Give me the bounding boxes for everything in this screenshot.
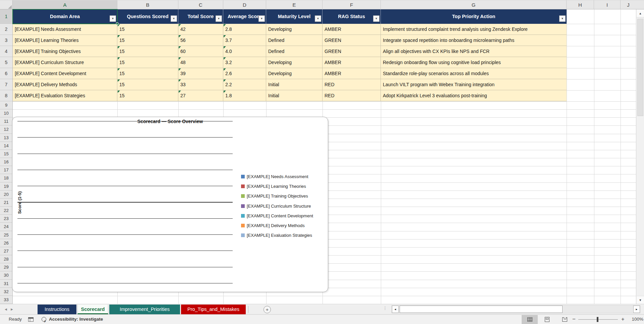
cell-total-score[interactable]: 39 [178,68,223,79]
cell-average-score[interactable]: 4.0 [223,46,266,57]
row-header[interactable]: 13 [0,134,12,142]
row-header[interactable]: 20 [0,191,12,199]
filter-dropdown-icon[interactable]: ▼ [171,15,177,22]
zoom-slider-thumb[interactable] [597,317,598,322]
page-break-view-button[interactable] [557,315,573,324]
column-header-H[interactable]: H [567,0,594,9]
vscroll-up-arrow[interactable]: ▲ [637,9,644,17]
cell-maturity-level[interactable]: Initial [266,90,323,101]
row-header[interactable]: 14 [0,142,12,150]
cell-maturity-level[interactable]: Initial [266,79,323,90]
filter-dropdown-icon[interactable]: ▼ [559,15,566,22]
row-header[interactable]: 33 [0,296,12,304]
row-header[interactable]: 15 [0,150,12,158]
cell-questions-scored[interactable]: 15 [117,90,178,101]
horizontal-scrollbar[interactable]: ◄ ► [392,305,640,313]
cell-domain-area[interactable]: [EXAMPLE] Learning Theories [13,35,117,46]
filter-dropdown-icon[interactable]: ▼ [110,15,116,22]
accessibility-status[interactable]: Accessibility: Investigate [49,315,103,324]
cell-questions-scored[interactable]: 15 [117,57,178,68]
filter-dropdown-icon[interactable]: ▼ [258,15,265,22]
row-header[interactable]: 6 [0,68,12,79]
row-header[interactable]: 27 [0,247,12,255]
embedded-chart[interactable]: Scorecard — Score Overview Score (1-5) [… [12,117,328,292]
macro-record-icon[interactable] [28,317,34,322]
cell-average-score[interactable]: 2.8 [223,24,266,35]
column-header-C[interactable]: C [178,0,223,9]
zoom-in-button[interactable]: + [620,315,626,324]
row-header[interactable]: 23 [0,215,12,223]
cell-maturity-level[interactable]: Defined [266,46,323,57]
column-header-D[interactable]: D [223,0,266,9]
row-header[interactable]: 29 [0,263,12,271]
cell-total-score[interactable]: 48 [178,57,223,68]
vertical-scrollbar[interactable]: ▲ ▼ [636,9,644,304]
cell-total-score[interactable]: 27 [178,90,223,101]
row-header[interactable]: 24 [0,223,12,231]
header-cell-total-score[interactable]: Total Score ▼ [178,9,223,24]
row-header[interactable]: 19 [0,182,12,191]
cell-rag-status[interactable]: RED [323,90,381,101]
cell-top-priority-action[interactable]: Launch VILT program with Webex Training … [381,79,567,90]
cell-rag-status[interactable]: RED [323,79,381,90]
column-header-J[interactable]: J [621,0,636,9]
row-header[interactable]: 22 [0,207,12,215]
row-header[interactable]: 11 [0,117,12,125]
cell-average-score[interactable]: 3.7 [223,35,266,46]
filter-dropdown-icon[interactable]: ▼ [315,15,321,22]
vscroll-thumb[interactable] [637,19,643,116]
cell-average-score[interactable]: 2.2 [223,79,266,90]
row-header[interactable]: 18 [0,174,12,182]
page-layout-view-button[interactable] [539,315,555,324]
cell-top-priority-action[interactable]: Implement structured complaint trend ana… [381,24,567,35]
cell-average-score[interactable]: 2.6 [223,68,266,79]
sheet-tab-scorecard[interactable]: Scorecard [77,305,108,314]
row-header-1[interactable]: 1 [0,9,12,24]
row-header[interactable]: 30 [0,271,12,279]
cell-questions-scored[interactable]: 15 [117,79,178,90]
cell-rag-status[interactable]: GREEN [323,46,381,57]
select-all-button[interactable] [0,0,13,9]
hscroll-right-arrow[interactable]: ► [633,306,640,313]
cell-domain-area[interactable]: [EXAMPLE] Needs Assessment [13,24,117,35]
cell-questions-scored[interactable]: 15 [117,35,178,46]
cell-domain-area[interactable]: [EXAMPLE] Delivery Methods [13,79,117,90]
tab-nav-left-icon[interactable]: ◄ [4,307,8,311]
cell-domain-area[interactable]: [EXAMPLE] Evaluation Strategies [13,90,117,101]
header-cell-rag-status[interactable]: RAG Status ▼ [323,9,381,24]
cell-average-score[interactable]: 1.8 [223,90,266,101]
row-header[interactable]: 17 [0,166,12,174]
row-header[interactable]: 21 [0,199,12,207]
cell-average-score[interactable]: 3.2 [223,57,266,68]
cell-total-score[interactable]: 56 [178,35,223,46]
cell-rag-status[interactable]: AMBER [323,24,381,35]
cell-top-priority-action[interactable]: Standardize role-play scenarios across a… [381,68,567,79]
zoom-out-button[interactable]: − [571,315,577,324]
row-header[interactable]: 16 [0,158,12,166]
cell-total-score[interactable]: 42 [178,24,223,35]
hscroll-thumb[interactable] [400,306,563,313]
cell-questions-scored[interactable]: 15 [117,46,178,57]
sheet-tab-pro-tips-and-mistakes[interactable]: Pro_Tips_and_Mistakes [181,305,246,314]
cell-domain-area[interactable]: [EXAMPLE] Training Objectives [13,46,117,57]
row-header[interactable]: 10 [0,109,12,117]
column-header-I[interactable]: I [594,0,621,9]
row-header[interactable]: 9 [0,101,12,109]
tab-nav-right-icon[interactable]: ► [10,307,14,311]
cell-top-priority-action[interactable]: Align all objectives with CX KPIs like N… [381,46,567,57]
row-header[interactable]: 2 [0,24,12,35]
scrollbar-splitter-icon[interactable]: ⋮ [383,306,387,311]
add-sheet-button[interactable]: + [264,306,271,313]
row-header[interactable]: 32 [0,288,12,296]
row-header[interactable]: 26 [0,239,12,247]
row-header[interactable]: 4 [0,46,12,57]
hscroll-left-arrow[interactable]: ◄ [392,306,399,313]
cell-domain-area[interactable]: [EXAMPLE] Curriculum Structure [13,57,117,68]
cell-rag-status[interactable]: AMBER [323,57,381,68]
header-cell-domain-area[interactable]: Domain Area ▼ [13,9,117,24]
cell-total-score[interactable]: 60 [178,46,223,57]
cell-questions-scored[interactable]: 15 [117,68,178,79]
sheet-tab-improvement-priorities[interactable]: Improvement_Priorities [109,305,180,314]
cell-maturity-level[interactable]: Developing [266,57,323,68]
row-header[interactable]: 3 [0,35,12,46]
